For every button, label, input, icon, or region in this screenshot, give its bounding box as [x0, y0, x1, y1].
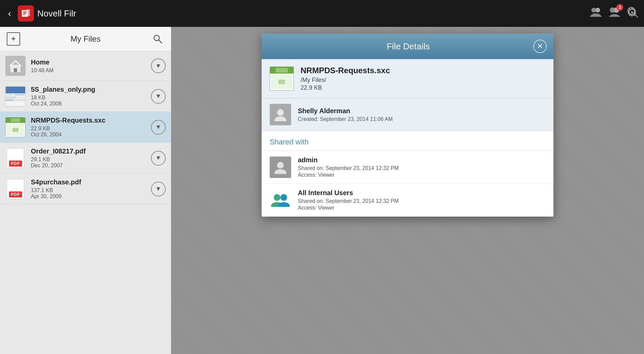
panel-header: + My Files	[0, 27, 171, 51]
shared-with-title: Shared with	[270, 138, 309, 146]
admin-share-name: admin	[298, 156, 545, 164]
pdf1-size: 29.1 KB	[31, 157, 151, 163]
group-avatar	[270, 189, 291, 211]
author-created-date: Created: September 23, 2014 11:06 AM	[298, 116, 545, 122]
png-date: Oct 24, 2008	[31, 101, 151, 107]
admin-avatar	[270, 157, 291, 178]
svg-point-17	[274, 194, 280, 201]
modal-title: File Details	[283, 41, 533, 52]
file-detail-info: NRMPDS-Requests.sxc /My Files/ 22.9 KB	[301, 66, 545, 91]
notifications-button[interactable]: 2	[608, 5, 621, 21]
admin-share-access: Access: Viewer	[298, 172, 545, 178]
group-share-date: Shared on: September 23, 2014 12:32 PM	[298, 198, 545, 204]
home-info: Home 10:48 AM	[31, 58, 151, 74]
share-item: admin Shared on: September 23, 2014 12:3…	[262, 151, 553, 184]
share-item: All Internal Users Shared on: September …	[262, 184, 553, 217]
pdf2-info: S4purchase.pdf 137.1 KB Apr 30, 2009	[31, 178, 151, 200]
top-bar-icons: 2 ⚙	[589, 5, 639, 21]
pdf1-chevron[interactable]: ▼	[151, 151, 166, 166]
notification-badge: 2	[616, 4, 623, 11]
author-name: Shelly Alderman	[298, 107, 545, 115]
png-chevron[interactable]: ▼	[151, 89, 166, 104]
group-share-access: Access: Viewer	[298, 205, 545, 211]
admin-share-info: admin Shared on: September 23, 2014 12:3…	[298, 156, 545, 178]
home-date: 10:48 AM	[31, 68, 151, 74]
file-details-modal: File Details ✕	[262, 34, 553, 217]
file-detail-section: NRMPDS-Requests.sxc /My Files/ 22.9 KB	[262, 59, 553, 98]
modal-body: NRMPDS-Requests.sxc /My Files/ 22.9 KB S…	[262, 59, 553, 217]
modal-close-button[interactable]: ✕	[533, 40, 547, 53]
png-name: 5S_planes_only.png	[31, 86, 151, 93]
app-title: Novell Filr	[37, 8, 76, 19]
logo-icon	[18, 5, 34, 21]
sxc-info: NRMPDS-Requests.sxc 22.9 KB Oct 26, 2004	[31, 117, 151, 138]
pdf2-date: Apr 30, 2009	[31, 193, 151, 200]
group-share-info: All Internal Users Shared on: September …	[298, 189, 545, 211]
list-item[interactable]: Home 10:48 AM ▼	[0, 51, 171, 81]
top-bar: ‹ Novell Filr 2	[0, 0, 644, 27]
search-button[interactable]	[151, 32, 164, 46]
add-file-button[interactable]: +	[7, 32, 20, 46]
file-detail-path: /My Files/	[301, 77, 545, 84]
shared-icon-button[interactable]	[589, 5, 602, 21]
file-detail-thumbnail	[270, 67, 294, 91]
app-logo: Novell Filr	[18, 5, 76, 21]
group-share-name: All Internal Users	[298, 189, 545, 197]
svg-rect-2	[23, 13, 26, 13]
svg-rect-14	[14, 68, 17, 72]
sxc-name: NRMPDS-Requests.sxc	[31, 117, 151, 124]
shared-with-header: Shared with	[262, 131, 553, 151]
file-list: Home 10:48 AM ▼	[0, 51, 171, 354]
list-item[interactable]: NRMPDS-Requests.sxc 22.9 KB Oct 26, 2004…	[0, 112, 171, 143]
panel-title: My Files	[20, 34, 151, 44]
file-detail-name: NRMPDS-Requests.sxc	[301, 66, 545, 75]
pdf1-thumbnail: PDF	[5, 148, 25, 168]
svg-rect-1	[23, 11, 26, 12]
sxc-chevron[interactable]: ▼	[151, 120, 166, 135]
pdf1-name: Order_I08217.pdf	[31, 147, 151, 155]
home-name: Home	[31, 58, 151, 66]
file-detail-size: 22.9 KB	[301, 84, 545, 91]
author-info: Shelly Alderman Created: September 23, 2…	[298, 107, 545, 122]
sxc-thumbnail	[5, 117, 25, 137]
svg-point-6	[595, 8, 600, 12]
svg-point-16	[277, 162, 284, 169]
svg-point-15	[277, 109, 284, 116]
pdf1-info: Order_I08217.pdf 29.1 KB Dec 20, 2007	[31, 147, 151, 169]
pdf2-thumbnail: PDF	[5, 179, 25, 199]
svg-point-18	[280, 194, 287, 201]
settings-button[interactable]: ⚙	[627, 5, 637, 19]
pdf2-chevron[interactable]: ▼	[151, 182, 166, 196]
author-section: Shelly Alderman Created: September 23, 2…	[262, 98, 553, 131]
list-item[interactable]: 5S_planes_only.png 18 KB Oct 24, 2008 ▼	[0, 81, 171, 112]
png-size: 18 KB	[31, 95, 151, 101]
home-chevron[interactable]: ▼	[151, 58, 166, 73]
svg-rect-3	[23, 14, 25, 15]
author-avatar	[270, 104, 291, 125]
png-info: 5S_planes_only.png 18 KB Oct 24, 2008	[31, 86, 151, 107]
svg-line-12	[159, 40, 162, 43]
list-item[interactable]: PDF Order_I08217.pdf 29.1 KB Dec 20, 200…	[0, 143, 171, 174]
modal-header: File Details ✕	[262, 34, 553, 59]
admin-share-date: Shared on: September 23, 2014 12:32 PM	[298, 165, 545, 171]
home-icon	[5, 56, 25, 76]
pdf2-name: S4purchase.pdf	[31, 178, 151, 186]
left-panel: + My Files Home 10:48 AM ▼	[0, 27, 171, 354]
back-button[interactable]: ‹	[5, 5, 14, 21]
svg-point-5	[591, 8, 596, 12]
svg-rect-4	[26, 9, 30, 16]
sxc-date: Oct 26, 2004	[31, 132, 151, 138]
sxc-size: 22.9 KB	[31, 126, 151, 132]
pdf1-date: Dec 20, 2007	[31, 163, 151, 169]
png-thumbnail	[5, 86, 25, 106]
modal-overlay: File Details ✕	[171, 27, 644, 354]
list-item[interactable]: PDF S4purchase.pdf 137.1 KB Apr 30, 2009…	[0, 174, 171, 205]
pdf2-size: 137.1 KB	[31, 187, 151, 193]
